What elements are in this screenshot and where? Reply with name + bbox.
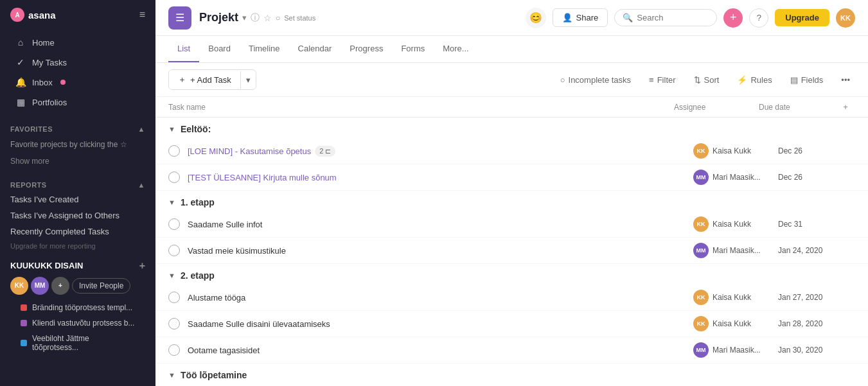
project-star-icon[interactable]: ☆ [263,13,272,23]
col-assignee-header: Assignee [669,103,759,112]
assignee-avatar: MM [693,243,709,258]
favorites-section-header: Favorites ▲ [0,120,155,136]
sidebar-item-home-label: Home [32,38,55,48]
section-etapp2[interactable]: ▼ 2. etapp [155,264,868,285]
assignee-name: Mari Maasik... [713,246,761,255]
project-dot-1 [21,304,27,311]
tab-timeline[interactable]: Timeline [240,36,289,62]
invite-people-button[interactable]: Invite People [72,278,130,294]
add-task-dropdown-button[interactable]: ▾ [240,71,256,89]
task-row[interactable]: Ootame tagasisidet MM Mari Maasik... Jan… [155,337,868,364]
rules-button[interactable]: ⚡ Rules [732,73,777,87]
grid-icon: ▦ [15,97,26,107]
more-options-button[interactable]: ••• [836,73,855,87]
task-row[interactable]: Alustame tööga KK Kaisa Kukk Jan 27, 202… [155,285,868,311]
task-checkbox[interactable] [168,292,180,303]
avatar-3[interactable]: + [51,277,69,295]
task-checkbox[interactable] [168,245,180,256]
task-name-cell: Saadame Sulle infot [188,220,688,229]
task-row[interactable]: Saadame Sulle infot KK Kaisa Kukk Dec 31 [155,211,868,238]
tab-more[interactable]: More... [434,36,477,62]
filter-button[interactable]: ≡ Filter [644,73,680,87]
reports-tasks-assigned[interactable]: Tasks I've Assigned to Others [0,207,155,224]
col-add-button[interactable]: + [836,102,855,112]
add-task-button-group: ＋ + Add Task ▾ [168,69,256,90]
section-eeltoo[interactable]: ▼ Eeltöö: [155,118,868,138]
project-tabs: List Board Timeline Calendar Progress Fo… [155,36,868,63]
upgrade-button[interactable]: Upgrade [775,9,829,26]
task-row[interactable]: Vastad meie küsimustikule MM Mari Maasik… [155,238,868,264]
task-due-date: Jan 24, 2020 [778,246,855,255]
task-row[interactable]: Saadame Sulle disaini ülevaatamiseks KK … [155,311,868,337]
task-row[interactable]: [TEST ÜLESANNE] Kirjuta mulle sõnum MM M… [155,164,868,191]
task-name-cell: Ootame tagasisidet [188,346,688,355]
task-checkbox[interactable] [168,171,180,183]
sidebar-toggle-icon[interactable]: ≡ [139,9,145,21]
assignee-name: Kaisa Kukk [713,146,751,155]
tab-forms[interactable]: Forms [392,36,434,62]
reports-tasks-created[interactable]: Tasks I've Created [0,191,155,207]
avatar-1[interactable]: KK [10,277,28,295]
rules-icon: ⚡ [737,75,747,85]
section-etapp1[interactable]: ▼ 1. etapp [155,191,868,211]
avatar-2[interactable]: MM [31,277,49,295]
user-avatar[interactable]: KK [836,8,855,28]
sidebar-item-home[interactable]: ⌂ Home [5,33,150,52]
task-assignee: KK Kaisa Kukk [688,290,778,305]
section-chevron-too-lopetamine: ▼ [168,371,175,379]
task-name: Saadame Sulle disaini ülevaatamiseks [188,319,330,329]
project-dropdown-icon[interactable]: ▾ [242,13,247,22]
section-title-etapp1: 1. etapp [181,197,215,207]
project-item-2[interactable]: Kliendi vastuvõtu protsess b... [10,315,145,331]
project-set-status[interactable]: ○ Set status [276,13,315,22]
toolbar-right: ○ Incomplete tasks ≡ Filter ⇅ Sort ⚡ Rul… [555,73,855,87]
assignee-avatar: KK [693,316,709,331]
tab-list[interactable]: List [168,36,199,62]
tab-calendar[interactable]: Calendar [289,36,341,62]
project-info-icon[interactable]: ⓘ [251,12,260,24]
reports-recently-completed[interactable]: Recently Completed Tasks [0,224,155,240]
sidebar-item-portfolios[interactable]: ▦ Portfolios [5,92,150,112]
task-checkbox[interactable] [168,145,180,157]
search-input[interactable] [637,13,701,22]
task-row[interactable]: [LOE MIND] - Kasutamise õpetus 2 ⊏ KK Ka… [155,138,868,164]
project-title: Projekt [199,11,238,24]
share-button[interactable]: 👤 Share [553,8,608,27]
favorites-collapse-icon[interactable]: ▲ [138,125,145,133]
task-checkbox[interactable] [168,318,180,329]
team-add-icon[interactable]: + [139,260,145,272]
team-section-header: KUUKUKK DISAIN + [10,260,145,272]
task-checkbox[interactable] [168,344,180,356]
sidebar-item-inbox[interactable]: 🔔 Inbox [5,73,150,92]
add-task-main-button[interactable]: ＋ + Add Task [169,70,240,89]
inbox-badge [60,80,66,85]
fields-button[interactable]: ▤ Fields [785,73,829,87]
tab-board[interactable]: Board [199,36,240,62]
project-item-3[interactable]: Veebiloht Jättme tõõprotsess... [10,331,145,355]
search-box[interactable]: 🔍 [614,9,717,26]
project-label-2: Kliendi vastuvõtu protsess b... [32,319,134,328]
sidebar-item-portfolios-label: Portfolios [32,98,67,107]
sort-button[interactable]: ⇅ Sort [689,73,725,87]
add-button[interactable]: + [723,8,743,28]
help-button[interactable]: ? [749,8,768,28]
toolbar-left: ＋ + Add Task ▾ [168,69,256,90]
assignee-name: Kaisa Kukk [713,220,751,229]
task-name-cell: Saadame Sulle disaini ülevaatamiseks [188,319,688,329]
show-more-button[interactable]: Show more [0,154,155,171]
task-name: Ootame tagasisidet [188,346,260,355]
incomplete-tasks-button[interactable]: ○ Incomplete tasks [555,73,636,87]
check-icon: ✓ [15,57,26,67]
section-too-lopetamine[interactable]: ▼ Töö lõpetamine [155,364,868,384]
asana-logo[interactable]: A asana [10,8,56,22]
task-checkbox[interactable] [168,218,180,230]
reports-section-header: Reports ▲ [0,176,155,191]
sidebar-item-my-tasks[interactable]: ✓ My Tasks [5,53,150,72]
reports-collapse-icon[interactable]: ▲ [138,181,145,189]
task-due-date: Dec 31 [778,220,855,229]
section-title-eeltoo: Eeltöö: [181,124,211,134]
project-item-1[interactable]: Bränding tööprotsess templ... [10,300,145,315]
top-bar-right: 😊 👤 Share 🔍 + ? Upgrade KK [526,8,855,28]
emoji-reaction-button[interactable]: 😊 [526,8,546,28]
tab-progress[interactable]: Progress [341,36,392,62]
